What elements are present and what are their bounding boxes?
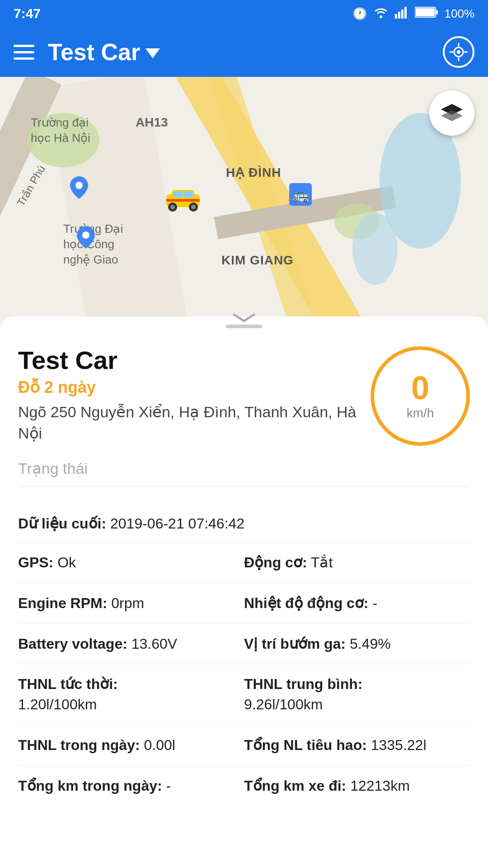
- svg-rect-6: [416, 8, 435, 16]
- speed-unit: km/h: [407, 406, 434, 420]
- data-section: Dữ liệu cuối: 2019-06-21 07:46:42 GPS: O…: [0, 500, 488, 811]
- car-marker: [163, 185, 203, 212]
- nhiet-do-dongco-value: -: [372, 595, 377, 611]
- tong-nl-tieu-hao-field: Tổng NL tiêu hao: 1335.22l: [244, 735, 470, 755]
- tong-km-xe-di-label: Tổng km xe đi:: [244, 778, 346, 794]
- tong-km-trong-ngay-value: -: [166, 778, 171, 794]
- thnl-tongni-row: THNL trong ngày: 0.00l Tổng NL tiêu hao:…: [18, 725, 470, 766]
- svg-text:🚌: 🚌: [292, 187, 310, 203]
- svg-marker-28: [441, 110, 463, 121]
- svg-point-24: [170, 205, 175, 209]
- thnl-tuc-thoi-field: THNL tức thời: 1.20l/100km: [18, 674, 244, 715]
- trang-thai-label: Trạng thái: [18, 459, 470, 487]
- hamburger-menu-button[interactable]: [14, 45, 34, 60]
- map-pin-2: [77, 226, 95, 250]
- thnl-tuctoi-trungbinh-row: THNL tức thời: 1.20l/100km THNL trung bì…: [18, 664, 470, 725]
- speed-value: 0: [411, 372, 429, 404]
- battery-icon: [415, 6, 438, 21]
- engine-rpm-field: Engine RPM: 0rpm: [18, 593, 244, 613]
- info-left: Test Car Đỗ 2 ngày Ngõ 250 Nguyễn Xiển, …: [18, 346, 361, 444]
- map-label-ah13: AH13: [136, 115, 168, 130]
- map-label-truong-dai-hoc-ha-noi: Trường đạihọc Hà Nội: [31, 115, 90, 146]
- svg-rect-1: [395, 14, 397, 19]
- info-top: Test Car Đỗ 2 ngày Ngõ 250 Nguyễn Xiển, …: [18, 346, 470, 446]
- alarm-icon: 🕐: [352, 7, 367, 21]
- status-time: 7:47: [14, 6, 41, 21]
- svg-rect-21: [184, 191, 193, 198]
- svg-point-14: [75, 182, 83, 189]
- wifi-icon: [373, 6, 389, 22]
- du-lieu-cuoi-value: 2019-06-21 07:46:42: [110, 515, 244, 532]
- map-area[interactable]: HẠ ĐÌNH KIM GIANG AH13 Trường đạihọc Hà …: [0, 77, 488, 330]
- battery-voltage-field: Battery voltage: 13.60V: [18, 634, 244, 654]
- svg-rect-22: [166, 199, 200, 202]
- battery-percent: 100%: [445, 7, 475, 21]
- tong-nl-tieu-hao-label: Tổng NL tiêu hao:: [244, 737, 367, 753]
- layer-button[interactable]: [429, 90, 474, 136]
- dongco-value: Tắt: [311, 554, 333, 571]
- tong-km-trong-ngay-field: Tổng km trong ngày: -: [18, 776, 244, 796]
- svg-point-13: [457, 50, 460, 54]
- tongkm-row: Tổng km trong ngày: - Tổng km xe đi: 122…: [18, 766, 470, 806]
- du-lieu-cuoi-field: Dữ liệu cuối: 2019-06-21 07:46:42: [18, 515, 470, 532]
- thnl-trong-ngay-value: 0.00l: [144, 737, 175, 753]
- info-panel: Test Car Đỗ 2 ngày Ngõ 250 Nguyễn Xiển, …: [0, 333, 488, 500]
- car-status: Đỗ 2 ngày: [18, 378, 361, 397]
- svg-rect-20: [174, 191, 183, 198]
- tong-km-xe-di-value: 12213km: [350, 778, 410, 794]
- svg-point-0: [380, 15, 382, 18]
- engine-rpm-value: 0rpm: [111, 595, 144, 611]
- speed-circle: 0 km/h: [371, 346, 470, 446]
- gps-field: GPS: Ok: [18, 552, 244, 573]
- engine-rpm-label: Engine RPM:: [18, 595, 107, 611]
- du-lieu-cuoi-label: Dữ liệu cuối:: [18, 515, 106, 532]
- svg-rect-2: [398, 12, 400, 19]
- thnl-tuc-thoi-label: THNL tức thời:: [18, 674, 244, 694]
- vi-buom-ga-value: 5.49%: [350, 636, 391, 652]
- pull-handle-bar: [226, 325, 262, 328]
- map-pin-1: [70, 176, 88, 201]
- tong-km-trong-ngay-label: Tổng km trong ngày:: [18, 778, 162, 794]
- vi-buom-ga-label: Vị trí bướm ga:: [244, 636, 346, 652]
- svg-point-26: [191, 205, 196, 209]
- nhiet-do-dongco-field: Nhiệt độ động cơ: -: [244, 593, 470, 613]
- map-label-ha-dinh: HẠ ĐÌNH: [226, 165, 281, 180]
- thnl-trong-ngay-field: THNL trong ngày: 0.00l: [18, 735, 244, 755]
- thnl-trung-binh-value: 9.26l/100km: [244, 694, 470, 715]
- toolbar-title: Test Car: [48, 38, 160, 66]
- thnl-trung-binh-field: THNL trung bình: 9.26l/100km: [244, 674, 470, 715]
- svg-point-15: [82, 231, 89, 239]
- vi-buom-ga-field: Vị trí bướm ga: 5.49%: [244, 634, 470, 654]
- gps-dongco-row: GPS: Ok Động cơ: Tắt: [18, 542, 470, 583]
- map-label-kim-giang: KIM GIANG: [221, 253, 294, 268]
- battery-voltage-label: Battery voltage:: [18, 636, 127, 652]
- bus-stop-icon: 🚌: [289, 183, 312, 208]
- toolbar: Test Car: [0, 27, 488, 77]
- svg-rect-4: [404, 7, 407, 19]
- thnl-trong-ngay-label: THNL trong ngày:: [18, 737, 140, 753]
- status-icons: 🕐 100%: [352, 6, 475, 22]
- tong-nl-tieu-hao-value: 1335.22l: [371, 737, 427, 753]
- dropdown-arrow-icon[interactable]: [145, 48, 160, 58]
- thnl-trung-binh-label: THNL trung bình:: [244, 674, 470, 694]
- tong-km-xe-di-field: Tổng km xe đi: 12213km: [244, 776, 470, 796]
- location-button[interactable]: [443, 36, 474, 68]
- pull-handle[interactable]: [0, 316, 488, 333]
- toolbar-left: Test Car: [14, 38, 160, 66]
- rpm-nhietdo-row: Engine RPM: 0rpm Nhiệt độ động cơ: -: [18, 583, 470, 624]
- nhiet-do-dongco-label: Nhiệt độ động cơ:: [244, 595, 369, 611]
- signal-icon: [395, 6, 408, 22]
- gps-value: Ok: [57, 554, 76, 571]
- car-name: Test Car: [18, 346, 361, 374]
- thnl-tuc-thoi-value: 1.20l/100km: [18, 694, 244, 715]
- status-bar: 7:47 🕐 100%: [0, 0, 488, 27]
- battery-voltage-value: 13.60V: [131, 636, 177, 652]
- dongco-label: Động cơ:: [244, 554, 307, 571]
- dongco-field: Động cơ: Tắt: [244, 552, 470, 573]
- svg-rect-3: [401, 9, 404, 19]
- gps-label: GPS:: [18, 554, 53, 571]
- du-lieu-cuoi-row: Dữ liệu cuối: 2019-06-21 07:46:42: [18, 505, 470, 542]
- car-address: Ngõ 250 Nguyễn Xiển, Hạ Đình, Thanh Xuân…: [18, 401, 361, 444]
- svg-rect-7: [436, 10, 438, 14]
- battery-vibuomga-row: Battery voltage: 13.60V Vị trí bướm ga: …: [18, 624, 470, 665]
